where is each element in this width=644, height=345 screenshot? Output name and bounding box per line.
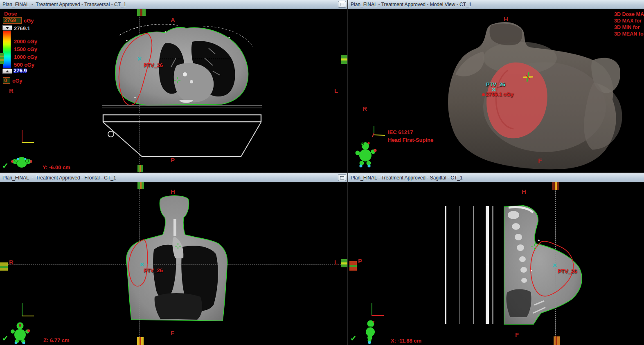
ct-axial-image bbox=[0, 9, 347, 172]
viewport-transversal-canvas[interactable]: ✕ PTV_26 Dose 2769 cGy 2769.1 2000 cGy 1… bbox=[0, 9, 347, 172]
dose-stat-line-3: 3D MIN for bbox=[614, 25, 640, 30]
slice-indicator-top[interactable] bbox=[137, 182, 144, 189]
coordinate-axes-icon bbox=[369, 124, 387, 139]
viewport-frontal-canvas[interactable]: ✕ PTV_26 H F R L ✓ Z: bbox=[0, 182, 347, 345]
structure-label: PTV_26 bbox=[558, 268, 577, 274]
treatment-planning-workspace: Plan_FINAL - Treatment Approved - Transv… bbox=[0, 0, 644, 345]
dose-level-1000: 1000 cGy bbox=[14, 54, 37, 60]
structure-label: PTV_26 bbox=[144, 62, 163, 68]
slice-indicator-left[interactable] bbox=[349, 261, 357, 271]
slice-position-label: X: -11.88 cm bbox=[391, 338, 421, 344]
dose-stat-line-1: 3D Dose MA bbox=[614, 11, 644, 17]
plane-intersection-marker[interactable]: ✕ bbox=[140, 262, 144, 267]
orientation-posterior: P bbox=[358, 258, 362, 264]
ct-sagittal-image bbox=[348, 182, 644, 345]
colorbar-scroll-up-button[interactable] bbox=[2, 25, 12, 30]
plane-intersection-marker[interactable]: ✕ bbox=[552, 263, 557, 268]
patient-orientation-icon bbox=[11, 154, 33, 169]
orientation-right: R bbox=[363, 105, 367, 112]
dose-level-500: 500 cGy bbox=[14, 62, 34, 68]
maximize-icon bbox=[340, 3, 344, 6]
dose-base-unit: cGy bbox=[12, 78, 23, 84]
maximize-button[interactable] bbox=[338, 1, 346, 8]
viewport-frontal-title: Plan_FINAL - Treatment Approved - Fronta… bbox=[2, 175, 338, 181]
orientation-head: H bbox=[504, 16, 508, 22]
viewport-model-title: Plan_FINAL - Treatment Approved - Model … bbox=[351, 2, 643, 7]
reference-point-icon bbox=[175, 243, 181, 249]
reference-point-icon bbox=[174, 77, 180, 83]
coordinate-system-label: IEC 61217 bbox=[388, 129, 413, 135]
slice-indicator-bottom[interactable] bbox=[554, 336, 560, 345]
approved-check-icon: ✓ bbox=[350, 334, 357, 342]
approved-check-icon: ✓ bbox=[2, 162, 9, 170]
viewport-sagittal-canvas[interactable]: ✕ PTV_26 H F P ✓ X: -11.88 cm bbox=[348, 182, 644, 345]
axis-marker-vertical bbox=[22, 303, 23, 316]
patient-orientation-icon bbox=[353, 141, 380, 168]
slice-indicator-right[interactable] bbox=[341, 55, 347, 64]
dose-max-input[interactable]: 2769 bbox=[3, 17, 22, 24]
dose-point-icon bbox=[482, 93, 485, 96]
viewport-transversal-title: Plan_FINAL - Treatment Approved - Transv… bbox=[2, 2, 338, 7]
orientation-right: R bbox=[9, 259, 14, 266]
dose-colorbar[interactable] bbox=[3, 30, 11, 69]
viewport-frontal-titlebar: Plan_FINAL - Treatment Approved - Fronta… bbox=[0, 173, 347, 182]
viewport-model-canvas[interactable]: 3D Dose MA 3D MAX for 3D MIN for 3D MEAN… bbox=[348, 9, 644, 172]
crosshair-horizontal[interactable] bbox=[348, 265, 644, 265]
slice-indicator-left[interactable] bbox=[0, 53, 4, 64]
viewport-transversal-titlebar: Plan_FINAL - Treatment Approved - Transv… bbox=[0, 0, 347, 9]
axis-marker-horizontal bbox=[22, 142, 34, 143]
orientation-feet: F bbox=[538, 157, 542, 164]
viewport-sagittal: Plan_FINAL - Treatment Approved - Sagitt… bbox=[348, 173, 644, 345]
slice-indicator-bottom[interactable] bbox=[137, 337, 144, 345]
slice-indicator-bottom[interactable] bbox=[137, 165, 143, 172]
orientation-head: H bbox=[171, 188, 175, 195]
structure-label: PTV_26 bbox=[144, 267, 163, 273]
orientation-left: L bbox=[334, 87, 338, 94]
dose-stat-line-2: 3D MAX for bbox=[614, 18, 642, 24]
dose-level-2000: 2000 cGy bbox=[14, 38, 37, 45]
viewport-frontal: Plan_FINAL - Treatment Approved - Fronta… bbox=[0, 173, 347, 345]
maximize-button[interactable] bbox=[338, 174, 346, 181]
dose-min-label: 276.9 bbox=[14, 67, 27, 74]
reference-point-icon bbox=[531, 244, 538, 250]
crosshair-vertical[interactable] bbox=[140, 9, 140, 172]
slice-indicator-left[interactable] bbox=[0, 262, 8, 271]
approved-check-icon: ✓ bbox=[2, 334, 9, 342]
slice-indicator-top[interactable] bbox=[552, 182, 559, 190]
colorbar-scroll-down-button[interactable] bbox=[2, 69, 12, 74]
viewport-sagittal-titlebar: Plan_FINAL - Treatment Approved - Sagitt… bbox=[348, 173, 644, 182]
maximize-icon bbox=[340, 176, 344, 179]
orientation-head: H bbox=[522, 188, 526, 195]
orientation-posterior: P bbox=[171, 157, 175, 164]
crosshair-horizontal[interactable] bbox=[0, 264, 347, 264]
slice-position-label: Y: -6.00 cm bbox=[43, 164, 70, 170]
axis-marker-vertical bbox=[372, 303, 372, 316]
patient-orientation-icon bbox=[364, 320, 379, 344]
patient-orientation-icon bbox=[10, 321, 31, 344]
orientation-left: L bbox=[334, 259, 338, 266]
dose-stat-line-4: 3D MEAN fo bbox=[614, 31, 644, 37]
viewport-sagittal-title: Plan_FINAL - Treatment Approved - Sagitt… bbox=[351, 175, 643, 181]
dose-max-unit: cGy bbox=[24, 18, 34, 24]
axis-marker-vertical bbox=[22, 130, 23, 142]
orientation-right: R bbox=[9, 87, 14, 94]
dose-level-1500: 1500 cGy bbox=[14, 46, 37, 52]
dose-point-label: 2769.1 cGy bbox=[486, 91, 513, 97]
ct-coronal-image bbox=[0, 182, 347, 345]
orientation-feet: F bbox=[171, 329, 174, 336]
dose-base-input[interactable]: 0 bbox=[3, 77, 10, 84]
dose-legend-title: Dose bbox=[4, 11, 17, 17]
axis-marker-horizontal bbox=[22, 316, 34, 316]
orientation-anterior: A bbox=[171, 16, 175, 23]
isocenter-marker-icon bbox=[523, 72, 534, 82]
slice-indicator-top[interactable] bbox=[137, 9, 146, 16]
viewport-transversal: Plan_FINAL - Treatment Approved - Transv… bbox=[0, 0, 347, 172]
slice-indicator-right[interactable] bbox=[341, 259, 347, 267]
dose-max-label: 2769.1 bbox=[14, 25, 30, 31]
crosshair-horizontal[interactable] bbox=[0, 59, 347, 59]
plane-intersection-marker[interactable]: ✕ bbox=[137, 56, 142, 61]
patient-position-label: Head First-Supine bbox=[388, 137, 433, 143]
axis-marker-horizontal bbox=[372, 315, 384, 316]
triangle-up-icon bbox=[6, 70, 9, 72]
orientation-feet: F bbox=[515, 331, 519, 338]
